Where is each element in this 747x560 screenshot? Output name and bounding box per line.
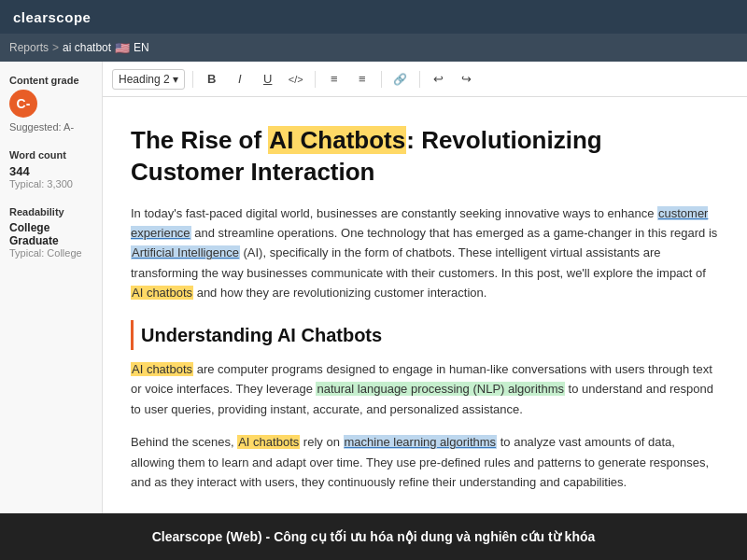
title-part1: The Rise of	[131, 126, 268, 154]
p3-highlight-2: machine learning algorithms	[344, 435, 498, 449]
redo-button[interactable]: ↪	[456, 68, 478, 91]
bottom-label: Clearscope (Web) - Công cụ tối ưu hóa nộ…	[152, 529, 596, 544]
breadcrumb-bar: Reports > ai chatbot 🇺🇸 EN	[0, 34, 747, 62]
readability-section: Readability College Graduate Typical: Co…	[9, 206, 92, 259]
readability-value: College Graduate	[9, 221, 92, 247]
word-count-value: 344	[9, 164, 92, 178]
italic-button[interactable]: I	[229, 68, 251, 91]
heading-dropdown[interactable]: Heading 2 ▾	[112, 69, 185, 90]
paragraph-2: AI chatbots are computer programs design…	[131, 359, 719, 419]
intro-highlight-2: Artificial Intelligence	[131, 245, 240, 259]
link-button[interactable]: 🔗	[389, 68, 412, 91]
paragraph-3: Behind the scenes, AI chatbots rely on m…	[131, 432, 719, 492]
breadcrumb-reports[interactable]: Reports	[9, 41, 49, 54]
undo-button[interactable]: ↩	[428, 68, 450, 91]
readability-label: Readability	[9, 206, 92, 217]
breadcrumb-current-label: ai chatbot	[63, 41, 111, 54]
p2-highlight-1: AI chatbots	[131, 362, 193, 376]
toolbar-separator-1	[192, 71, 193, 88]
bold-button[interactable]: B	[201, 68, 223, 91]
word-count-label: Word count	[9, 149, 92, 161]
toolbar: Heading 2 ▾ B I U </> ≡ ≡ 🔗 ↩ ↪	[103, 62, 747, 97]
p3-highlight-1: AI chatbots	[237, 435, 300, 449]
toolbar-separator-2	[315, 71, 316, 88]
breadcrumb-separator: >	[52, 41, 59, 54]
top-nav: clearscope	[0, 0, 747, 34]
grade-badge: C-	[9, 90, 37, 118]
toolbar-separator-3	[381, 71, 382, 88]
p3-text-start: Behind the scenes,	[131, 435, 237, 449]
understanding-heading: Understanding AI Chatbots	[131, 320, 719, 350]
underline-button[interactable]: U	[257, 68, 279, 91]
title-highlight: AI Chatbots	[268, 126, 406, 154]
intro-highlight-3: AI chatbots	[131, 286, 193, 300]
intro-text-2: and streamline operations. One technolog…	[191, 226, 718, 240]
word-count-section: Word count 344 Typical: 3,300	[9, 149, 92, 189]
intro-text-4: and how they are revolutionizing custome…	[193, 286, 486, 300]
breadcrumb-flag: 🇺🇸	[115, 41, 130, 55]
suggested-label: Suggested: A-	[9, 121, 92, 133]
editor-area: Heading 2 ▾ B I U </> ≡ ≡ 🔗 ↩ ↪ The Rise…	[103, 62, 747, 513]
p3-text-1: rely on	[300, 435, 343, 449]
intro-text-1: In today's fast-paced digital world, bus…	[131, 206, 657, 220]
toolbar-separator-4	[419, 71, 420, 88]
main-layout: Content grade C- Suggested: A- Word coun…	[0, 62, 747, 513]
sidebar: Content grade C- Suggested: A- Word coun…	[0, 62, 103, 513]
p2-highlight-2: natural language processing (NLP) algori…	[316, 382, 564, 396]
intro-paragraph: In today's fast-paced digital world, bus…	[131, 203, 719, 303]
typical-readability: Typical: College	[9, 247, 92, 259]
bottom-bar: Clearscope (Web) - Công cụ tối ưu hóa nộ…	[0, 513, 747, 560]
code-button[interactable]: </>	[285, 68, 307, 91]
ordered-list-button[interactable]: ≡	[351, 68, 374, 91]
breadcrumb-current: ai chatbot 🇺🇸 EN	[63, 41, 149, 55]
article-title: The Rise of AI Chatbots: Revolutionizing…	[131, 125, 719, 189]
content-grade-label: Content grade	[9, 75, 92, 86]
logo: clearscope	[13, 9, 91, 25]
heading-dropdown-label: Heading 2	[119, 73, 170, 86]
content-grade-section: Content grade C- Suggested: A-	[9, 75, 92, 133]
breadcrumb-lang: EN	[134, 41, 149, 54]
chevron-down-icon: ▾	[173, 73, 178, 86]
typical-word-count: Typical: 3,300	[9, 178, 92, 189]
unordered-list-button[interactable]: ≡	[323, 68, 345, 91]
content-area[interactable]: The Rise of AI Chatbots: Revolutionizing…	[103, 97, 747, 513]
